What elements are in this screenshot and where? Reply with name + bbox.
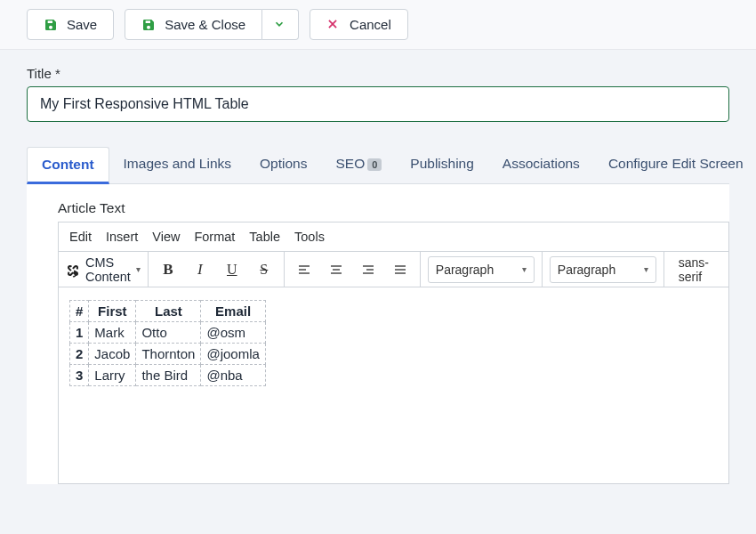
table-cell[interactable]: Mark (89, 322, 136, 344)
editor-section: Article Text Edit Insert View Format Tab… (27, 184, 729, 484)
save-close-group: Save & Close (125, 9, 299, 40)
save-label: Save (67, 17, 97, 32)
italic-button[interactable]: I (188, 257, 213, 282)
table-cell[interactable]: @joomla (201, 344, 265, 365)
save-close-button[interactable]: Save & Close (125, 9, 262, 40)
align-justify-button[interactable] (388, 257, 413, 282)
table-cell[interactable]: @nba (201, 365, 265, 386)
table-header[interactable]: Last (136, 301, 201, 322)
save-icon (44, 18, 58, 32)
menu-tools[interactable]: Tools (294, 230, 325, 244)
tab-publishing[interactable]: Publishing (396, 147, 488, 183)
chevron-down-icon: ▾ (644, 264, 648, 274)
table-cell[interactable]: 2 (70, 344, 89, 365)
editor-toolbar: CMS Content ▾ B I U S (59, 252, 728, 287)
tab-associations[interactable]: Associations (488, 147, 594, 183)
menu-edit[interactable]: Edit (69, 230, 92, 244)
cancel-label: Cancel (350, 17, 391, 32)
chevron-down-icon: ▾ (136, 264, 141, 274)
title-label: Title * (27, 66, 729, 81)
save-close-label: Save & Close (165, 17, 245, 32)
tab-seo[interactable]: SEO0 (321, 147, 396, 183)
tab-configure-edit[interactable]: Configure Edit Screen (594, 147, 756, 183)
menu-view[interactable]: View (152, 230, 180, 244)
table-cell[interactable]: @osm (201, 322, 265, 344)
table-cell[interactable]: 3 (70, 365, 89, 386)
menu-table[interactable]: Table (249, 230, 280, 244)
table-header[interactable]: Email (201, 301, 265, 322)
align-center-button[interactable] (324, 257, 349, 282)
joomla-icon (66, 263, 80, 277)
menu-format[interactable]: Format (194, 230, 235, 244)
save-close-dropdown[interactable] (262, 9, 299, 40)
table-header[interactable]: First (89, 301, 136, 322)
title-input[interactable] (27, 86, 729, 122)
cancel-button[interactable]: Cancel (310, 9, 408, 40)
save-icon (141, 18, 156, 32)
menu-insert[interactable]: Insert (106, 230, 138, 244)
style-format-select[interactable]: Paragraph ▾ (550, 256, 656, 283)
align-left-button[interactable] (292, 257, 317, 282)
table-header[interactable]: # (70, 301, 89, 322)
table-header-row: # First Last Email (70, 301, 266, 322)
bold-button[interactable]: B (156, 257, 181, 282)
tab-images-links[interactable]: Images and Links (109, 147, 246, 183)
rich-text-editor: Edit Insert View Format Table Tools CMS … (58, 222, 729, 484)
chevron-down-icon: ▾ (522, 264, 527, 274)
editor-content[interactable]: # First Last Email 1 Mark Otto @osm 2 Ja… (59, 287, 728, 483)
table-row: 3 Larry the Bird @nba (70, 365, 266, 386)
seo-badge: 0 (367, 158, 382, 171)
align-right-button[interactable] (356, 257, 381, 282)
table-cell[interactable]: Thornton (136, 344, 201, 365)
action-toolbar: Save Save & Close Cancel (0, 0, 756, 50)
table-cell[interactable]: Otto (136, 322, 201, 344)
strikethrough-button[interactable]: S (252, 257, 277, 282)
table-cell[interactable]: 1 (70, 322, 89, 344)
editor-label: Article Text (58, 200, 729, 216)
font-family-select[interactable]: sans-serif (672, 256, 725, 283)
close-icon (326, 18, 341, 32)
table-row: 1 Mark Otto @osm (70, 322, 266, 344)
cms-content-dropdown[interactable]: CMS Content ▾ (66, 255, 141, 284)
content-table[interactable]: # First Last Email 1 Mark Otto @osm 2 Ja… (69, 300, 266, 386)
block-format-select[interactable]: Paragraph ▾ (428, 256, 535, 283)
tab-content[interactable]: Content (27, 147, 109, 184)
title-field-wrap: Title * (0, 50, 756, 122)
tab-options[interactable]: Options (245, 147, 321, 183)
save-button[interactable]: Save (27, 9, 114, 40)
underline-button[interactable]: U (220, 257, 245, 282)
editor-menubar: Edit Insert View Format Table Tools (59, 222, 728, 252)
table-cell[interactable]: the Bird (136, 365, 201, 386)
chevron-down-icon (273, 18, 287, 32)
table-cell[interactable]: Larry (89, 365, 136, 386)
tab-bar: Content Images and Links Options SEO0 Pu… (27, 147, 729, 184)
table-cell[interactable]: Jacob (89, 344, 136, 365)
table-row: 2 Jacob Thornton @joomla (70, 344, 266, 365)
